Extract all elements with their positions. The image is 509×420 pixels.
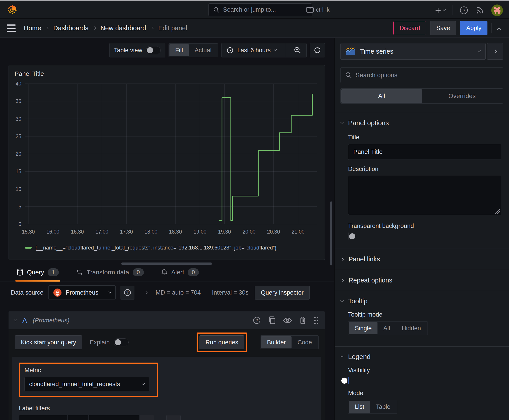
duplicate-query-icon[interactable] [268,316,276,325]
chevron-up-icon[interactable] [497,27,501,31]
panel-view-toolbar: Table view Fill Actual Last 6 hours [8,43,325,57]
global-search[interactable]: ctrl+k [208,3,312,16]
top-bar: ctrl+k ? [0,1,509,19]
search-input[interactable] [223,6,303,13]
tab-query[interactable]: Query 1 [15,264,60,282]
select-label-dropdown[interactable]: Select label [19,415,67,420]
grafana-logo-icon[interactable] [6,4,18,16]
svg-text:10: 10 [15,186,21,192]
panel-links-section[interactable]: Panel links [335,249,509,270]
table-view-toggle[interactable] [146,46,161,54]
breadcrumb-new-dashboard[interactable]: New dashboard [100,24,146,32]
tab-overrides[interactable]: Overrides [422,89,502,103]
options-search-input[interactable] [356,72,498,79]
svg-text:40: 40 [15,81,21,87]
tooltip-hidden[interactable]: Hidden [396,322,427,334]
new-menu-button[interactable] [435,7,446,14]
query-row-header[interactable]: A (Prometheus) ? [8,311,325,329]
menu-icon[interactable] [7,24,16,32]
tab-all[interactable]: All [341,89,422,103]
edit-panel-left-pane: Table view Fill Actual Last 6 hours [0,38,334,420]
time-series-chart[interactable]: 051015202530354015:3016:0016:3017:0017:3… [12,81,322,242]
legend-section[interactable]: Legend [335,347,509,367]
datasource-picker[interactable]: Prometheus [48,285,116,300]
all-overrides-tabs: All Overrides [341,88,503,104]
bell-icon [161,269,168,276]
discard-button[interactable]: Discard [393,21,426,35]
tab-transform-label: Transform data [87,269,129,276]
expand-options-icon[interactable] [144,291,147,294]
explain-toggle[interactable] [114,338,129,346]
hide-query-icon[interactable] [283,316,292,324]
transparent-bg-toggle[interactable] [348,232,349,240]
visualization-picker[interactable]: Time series [341,43,486,60]
fill-option[interactable]: Fill [169,44,189,56]
tab-query-label: Query [27,269,44,276]
collapse-query-icon[interactable] [14,318,17,321]
panel-options-section[interactable]: Panel options [335,113,509,133]
svg-text:25: 25 [15,134,21,139]
kick-start-button[interactable]: Kick start your query [15,335,82,349]
legend-mode-label: Mode [348,390,501,397]
tab-alert[interactable]: Alert 0 [160,264,200,282]
refresh-button[interactable] [310,43,325,57]
save-button[interactable]: Save [430,21,456,35]
clock-icon [227,47,234,54]
svg-text:18:00: 18:00 [144,229,158,235]
operator-dropdown[interactable]: = [68,415,89,420]
legend-visibility-toggle[interactable] [348,377,349,384]
news-rss-icon[interactable] [475,6,484,15]
panel-title-input[interactable] [348,144,501,160]
mode-table[interactable]: Table [370,401,396,413]
toggle-viz-picker-button[interactable] [487,43,503,60]
code-option[interactable]: Code [291,336,318,348]
editor-tabs: Query 1 Transform data 0 Alert 0 [0,264,334,282]
repeat-options-section[interactable]: Repeat options [335,270,509,291]
svg-text:20:00: 20:00 [243,229,256,235]
select-value-dropdown[interactable]: Select value [89,415,139,420]
remove-filter-button[interactable] [140,415,154,420]
tab-transform-data[interactable]: Transform data 0 [75,264,145,282]
time-range-picker[interactable]: Last 6 hours [221,43,281,57]
panel-description-textarea[interactable] [348,176,501,215]
options-search[interactable] [341,67,503,83]
transform-icon [76,269,83,276]
table-view-control: Table view [109,43,165,57]
time-range-group: Last 6 hours [221,43,307,57]
help-button[interactable]: ? [459,6,469,15]
breadcrumb-edit-panel: Edit panel [158,24,187,32]
vertical-scrollbar[interactable] [330,202,332,265]
resize-handle[interactable] [495,209,500,214]
add-filter-button[interactable] [166,415,181,420]
tooltip-section[interactable]: Tooltip [335,291,509,311]
zoom-out-button[interactable] [289,43,306,57]
builder-option[interactable]: Builder [261,336,291,348]
apply-button[interactable]: Apply [460,21,487,35]
delete-query-icon[interactable] [299,316,307,325]
tooltip-all[interactable]: All [378,322,396,334]
panel-preview: Panel Title 051015202530354015:3016:0016… [8,65,325,260]
query-inspector-button[interactable]: Query inspector [255,286,310,300]
query-help-icon[interactable]: ? [252,316,261,325]
actual-option[interactable]: Actual [189,44,217,56]
metric-value: cloudflared_tunnel_total_requests [29,381,120,388]
tooltip-single[interactable]: Single [349,322,378,334]
datasource-help-button[interactable]: ? [121,286,134,300]
chart-legend[interactable]: {__name__="cloudflared_tunnel_total_requ… [12,243,321,251]
breadcrumb-home[interactable]: Home [24,24,41,32]
run-queries-button[interactable]: Run queries [199,335,244,349]
mode-list[interactable]: List [349,401,370,413]
chevron-down-icon [108,290,111,293]
avatar[interactable] [491,4,503,16]
datasource-label: Data source [11,289,44,296]
drag-handle-icon[interactable] [313,316,319,325]
svg-text:19:00: 19:00 [193,229,206,235]
svg-text:16:30: 16:30 [71,229,84,235]
run-queries-highlight: Run queries [197,332,247,352]
table-view-label: Table view [114,47,142,54]
breadcrumb-dashboards[interactable]: Dashboards [53,24,88,32]
metric-select[interactable]: cloudflared_tunnel_total_requests [24,377,149,391]
legend-series-label[interactable]: {__name__="cloudflared_tunnel_total_requ… [35,245,276,251]
chevron-down-icon [478,49,481,52]
svg-text:15: 15 [15,168,21,174]
